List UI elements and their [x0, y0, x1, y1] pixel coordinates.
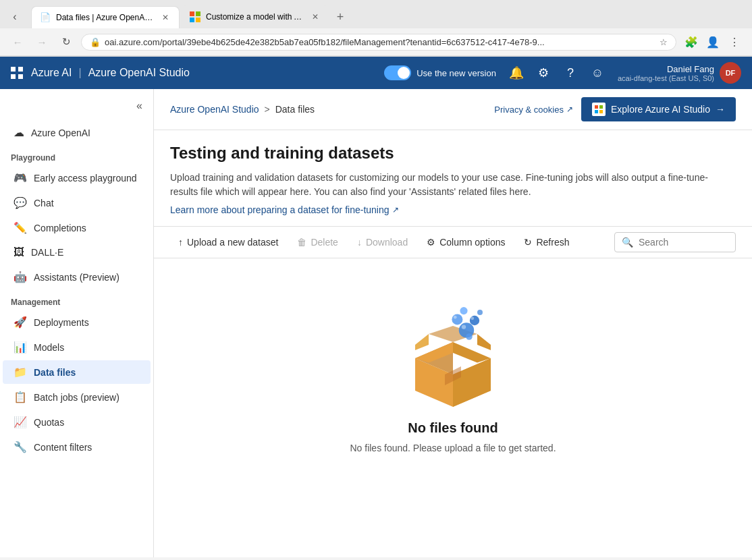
sidebar-item-batch-jobs[interactable]: 📋 Batch jobs (preview): [3, 385, 151, 409]
learn-more-icon: ↗: [392, 205, 399, 215]
help-btn[interactable]: ?: [558, 61, 583, 85]
upload-icon: ↑: [178, 237, 183, 248]
sidebar-item-assistants[interactable]: 🤖 Assistants (Preview): [3, 265, 151, 289]
sidebar-item-label-content-filters: Content filters: [34, 442, 92, 453]
empty-state-illustration: [399, 299, 507, 407]
sidebar-item-completions[interactable]: ✏️ Completions: [3, 216, 151, 240]
tab-1-close[interactable]: ✕: [160, 12, 171, 23]
tab-back-btn[interactable]: ‹: [5, 7, 24, 26]
sidebar-item-dalle[interactable]: 🖼 DALL·E: [3, 241, 151, 264]
sidebar-item-label-assistants: Assistants (Preview): [34, 272, 119, 283]
sidebar-item-label-dalle: DALL·E: [31, 247, 63, 258]
url-bar[interactable]: 🔒 oai.azure.com/portal/39ebe4b625de42e38…: [81, 34, 676, 51]
sidebar-item-label-early-access: Early access playground: [34, 173, 137, 184]
explore-btn-arrow: →: [716, 104, 725, 115]
privacy-link[interactable]: Privacy & cookies ↗: [494, 105, 573, 115]
delete-icon: 🗑: [297, 237, 306, 248]
upload-btn[interactable]: ↑ Upload a new dataset: [170, 233, 286, 252]
models-icon: 📊: [14, 341, 27, 354]
breadcrumb-sep: >: [265, 104, 270, 115]
forward-btn[interactable]: →: [32, 32, 51, 51]
breadcrumb-bar: Azure OpenAI Studio > Data files Privacy…: [154, 89, 752, 130]
user-avatar[interactable]: DF: [720, 62, 741, 84]
tab-2-title: Customize a model with Azure...: [206, 12, 304, 22]
delete-btn[interactable]: 🗑 Delete: [289, 233, 346, 252]
sidebar-section-playground: Playground: [0, 145, 153, 165]
sidebar-item-label-quotas: Quotas: [34, 417, 64, 428]
svg-point-25: [477, 310, 483, 315]
sidebar-item-label-chat: Chat: [34, 198, 54, 208]
dalle-icon: 🖼: [14, 246, 24, 258]
search-input[interactable]: [639, 237, 728, 248]
sidebar-item-content-filters[interactable]: 🔧 Content filters: [3, 435, 151, 459]
top-nav: Azure AI | Azure OpenAI Studio Use the n…: [0, 57, 752, 89]
tab-2[interactable]: Customize a model with Azure... ✕: [181, 5, 329, 28]
user-profile[interactable]: Daniel Fang acai-dfang-test (East US, S0…: [618, 62, 741, 84]
brand: Azure AI | Azure OpenAI Studio: [31, 67, 190, 79]
sidebar-item-quotas[interactable]: 📈 Quotas: [3, 410, 151, 434]
sidebar-item-label-deployments: Deployments: [34, 317, 89, 328]
toggle-switch[interactable]: [384, 65, 411, 80]
privacy-link-icon: ↗: [566, 105, 573, 114]
assistants-icon: 🤖: [14, 271, 27, 283]
sidebar-item-chat[interactable]: 💬 Chat: [3, 191, 151, 215]
svg-rect-3: [196, 18, 200, 22]
back-btn[interactable]: ←: [8, 32, 27, 51]
column-options-btn[interactable]: ⚙ Column options: [419, 233, 513, 252]
svg-marker-14: [453, 358, 491, 407]
settings-btn[interactable]: ⚙: [531, 61, 556, 85]
reload-btn[interactable]: ↻: [57, 32, 76, 51]
sidebar-item-deployments[interactable]: 🚀 Deployments: [3, 310, 151, 334]
search-box[interactable]: 🔍: [614, 232, 736, 252]
refresh-btn[interactable]: ↻ Refresh: [516, 233, 577, 252]
breadcrumb: Azure OpenAI Studio > Data files: [170, 104, 315, 115]
svg-rect-10: [595, 110, 598, 113]
download-btn[interactable]: ↓ Download: [349, 233, 416, 252]
new-tab-btn[interactable]: +: [331, 7, 350, 26]
svg-point-27: [462, 325, 466, 329]
svg-point-26: [466, 333, 473, 340]
svg-rect-6: [11, 74, 16, 79]
sidebar-item-data-files[interactable]: 📁 Data files: [3, 360, 151, 384]
brand-divider: |: [78, 67, 81, 79]
new-version-toggle[interactable]: Use the new version: [384, 65, 496, 80]
svg-rect-0: [190, 11, 194, 16]
empty-state: No files found No files found. Please up…: [154, 258, 752, 494]
svg-rect-11: [599, 110, 603, 113]
explore-btn-label: Explore Azure AI Studio: [611, 104, 710, 115]
notifications-btn[interactable]: 🔔: [504, 61, 529, 85]
tab-1[interactable]: 📄 Data files | Azure OpenAI Studio ✕: [31, 6, 180, 28]
tab-2-close[interactable]: ✕: [310, 11, 321, 22]
star-icon[interactable]: ☆: [660, 37, 668, 47]
sidebar-item-label-azure-openai: Azure OpenAI: [31, 128, 90, 138]
svg-marker-19: [477, 334, 491, 350]
download-icon: ↓: [357, 237, 362, 248]
extensions-btn[interactable]: 🧩: [682, 32, 701, 51]
explore-btn[interactable]: Explore Azure AI Studio →: [581, 97, 736, 121]
feedback-btn[interactable]: ☺: [585, 61, 610, 85]
profile-btn[interactable]: 👤: [703, 32, 722, 51]
batch-jobs-icon: 📋: [14, 391, 27, 403]
delete-label: Delete: [311, 237, 338, 248]
app-grid-btn[interactable]: [11, 67, 23, 79]
svg-rect-1: [196, 11, 200, 16]
sidebar-item-azure-openai[interactable]: ☁ Azure OpenAI: [3, 121, 151, 144]
svg-rect-2: [190, 18, 194, 22]
breadcrumb-parent-link[interactable]: Azure OpenAI Studio: [170, 104, 259, 115]
completions-icon: ✏️: [14, 221, 27, 234]
empty-state-description: No files found. Please upload a file to …: [350, 443, 556, 453]
learn-more-label: Learn more about preparing a dataset for…: [170, 204, 390, 215]
tab-2-favicon: [190, 11, 200, 22]
sidebar-item-early-access[interactable]: 🎮 Early access playground: [3, 166, 151, 190]
sidebar-item-label-data-files: Data files: [34, 367, 76, 378]
user-initials: DF: [726, 69, 736, 77]
sidebar-item-label-batch-jobs: Batch jobs (preview): [34, 392, 119, 403]
sidebar-item-label-completions: Completions: [34, 223, 86, 233]
svg-point-22: [452, 314, 462, 325]
svg-rect-5: [18, 67, 23, 72]
sidebar-collapse-btn[interactable]: «: [134, 97, 145, 115]
page-description: Upload training and validation datasets …: [170, 171, 736, 199]
learn-more-link[interactable]: Learn more about preparing a dataset for…: [170, 204, 399, 215]
sidebar-item-models[interactable]: 📊 Models: [3, 335, 151, 359]
menu-btn[interactable]: ⋮: [725, 32, 744, 51]
